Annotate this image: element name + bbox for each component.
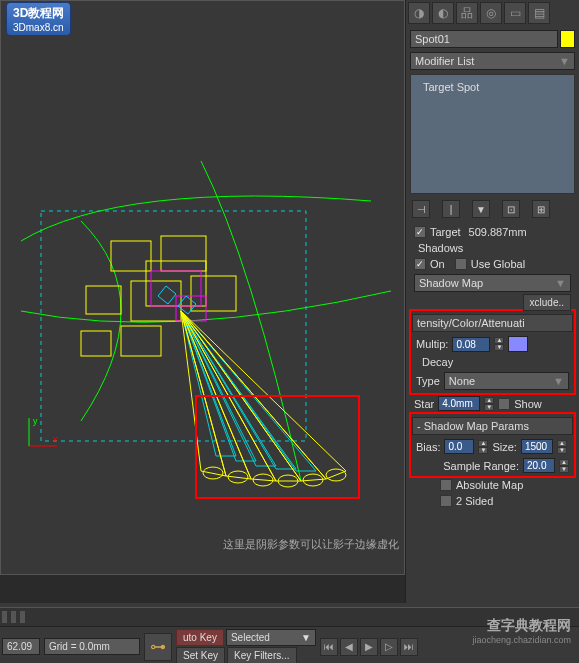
site-logo: 3D教程网 3Dmax8.cn [6,2,71,36]
intensity-highlight: tensity/Color/Attenuati Multip: 0.08 ▲▼ … [409,309,576,395]
spinner-up-icon[interactable]: ▲ [494,337,504,344]
size-label: Size: [492,441,516,453]
spinner-up-icon[interactable]: ▲ [559,459,569,466]
stack-buttons: ⊣ | ▼ ⊡ ⊞ [410,198,575,220]
panel-tabs: ◑ ◐ 品 ◎ ▭ ▤ [406,0,579,26]
key-mode-value: Selected [231,632,270,643]
absolute-map-checkbox[interactable] [440,479,452,491]
shadows-on-label: On [430,258,445,270]
object-name-input[interactable] [410,30,558,48]
svg-text:y: y [33,416,38,426]
spinner-down-icon[interactable]: ▼ [494,344,504,351]
viewport[interactable]: x y 这里是阴影参数可以让影子边缘虚化 [0,0,405,575]
configure-button[interactable]: ⊞ [532,200,550,218]
absolute-map-label: Absolute Map [456,479,523,491]
tab-hierarchy[interactable]: 品 [456,2,478,24]
remove-mod-button[interactable]: ⊡ [502,200,520,218]
next-frame-button[interactable]: ▷ [380,638,398,656]
spinner-up-icon[interactable]: ▲ [557,440,567,447]
multiplier-spinner[interactable]: 0.08 [452,337,490,352]
playback-controls: ⏮ ◀ ▶ ▷ ⏭ [320,638,418,656]
dropdown-arrow-icon: ▼ [555,277,566,289]
svg-rect-4 [131,281,181,321]
shadows-heading: Shadows [410,240,575,256]
watermark-url: jiaocheng.chazidian.com [472,635,571,645]
tab-motion[interactable]: ◎ [480,2,502,24]
coord-input[interactable] [2,638,40,655]
logo-line2: 3Dmax8.cn [13,22,64,33]
set-key-button[interactable]: Set Key [176,647,225,663]
shadow-type-value: Shadow Map [419,277,483,289]
tab-utilities[interactable]: ▤ [528,2,550,24]
target-checkbox[interactable]: ✓ [414,226,426,238]
shadows-on-checkbox[interactable]: ✓ [414,258,426,270]
target-label: Target [430,226,461,238]
spinner-up-icon[interactable]: ▲ [484,397,494,404]
stack-item[interactable]: Target Spot [415,79,570,95]
shadow-type-dropdown[interactable]: Shadow Map ▼ [414,274,571,292]
svg-rect-6 [81,331,111,356]
svg-rect-2 [161,236,206,271]
make-unique-button[interactable]: ▼ [472,200,490,218]
dropdown-arrow-icon: ▼ [301,632,311,643]
multiplier-label: Multip: [416,338,448,350]
axis-gizmo: x y [21,414,61,454]
intensity-rollout[interactable]: tensity/Color/Attenuati [412,314,573,332]
exclude-button[interactable]: xclude.. [523,294,571,311]
show-label: Show [514,398,542,410]
modifier-list-dropdown[interactable]: Modifier List ▼ [410,52,575,70]
svg-rect-7 [121,326,161,356]
svg-rect-1 [111,241,151,271]
decay-type-dropdown[interactable]: None ▼ [444,372,569,390]
watermark-logo: 查字典教程网 [472,617,571,635]
tab-modify[interactable]: ◐ [432,2,454,24]
spinner-up-icon[interactable]: ▲ [478,440,488,447]
target-value: 509.887mm [469,226,527,238]
dropdown-arrow-icon: ▼ [553,375,564,387]
auto-key-button[interactable]: uto Key [176,629,224,646]
logo-line1: 3D教程网 [13,5,64,22]
shadow-map-highlight: - Shadow Map Params Bias: 0.0 ▲▼ Size: 1… [409,412,576,478]
goto-start-button[interactable]: ⏮ [320,638,338,656]
light-color-swatch[interactable] [508,336,528,352]
spinner-down-icon[interactable]: ▼ [484,404,494,411]
use-global-checkbox[interactable] [455,258,467,270]
play-button[interactable]: ▶ [360,638,378,656]
decay-label: Decay [412,354,573,370]
dropdown-arrow-icon: ▼ [559,55,570,67]
spinner-down-icon[interactable]: ▼ [478,447,488,454]
sample-range-label: Sample Range: [443,460,519,472]
modifier-stack[interactable]: Target Spot [410,74,575,194]
key-icon[interactable]: ⊶ [144,633,172,661]
two-sided-label: 2 Sided [456,495,493,507]
svg-rect-3 [86,286,121,314]
watermark: 查字典教程网 jiaocheng.chazidian.com [472,617,571,645]
show-decay-checkbox[interactable] [498,398,510,410]
spinner-down-icon[interactable]: ▼ [559,466,569,473]
decay-type-value: None [449,375,475,387]
command-panel: ◑ ◐ 品 ◎ ▭ ▤ Modifier List ▼ Target Spot … [405,0,579,663]
spinner-down-icon[interactable]: ▼ [557,447,567,454]
bias-spinner[interactable]: 0.0 [444,439,474,454]
tab-create[interactable]: ◑ [408,2,430,24]
pin-stack-button[interactable]: ⊣ [412,200,430,218]
object-color-swatch[interactable] [560,30,575,48]
key-filters-button[interactable]: Key Filters... [227,647,297,663]
goto-end-button[interactable]: ⏭ [400,638,418,656]
key-mode-dropdown[interactable]: Selected ▼ [226,629,316,646]
highlight-box-viewport [195,395,360,499]
decay-start-spinner[interactable]: 4.0mm [438,396,480,411]
use-global-label: Use Global [471,258,525,270]
shadow-map-rollout[interactable]: - Shadow Map Params [412,417,573,435]
size-spinner[interactable]: 1500 [521,439,553,454]
tab-display[interactable]: ▭ [504,2,526,24]
decay-type-label: Type [416,375,440,387]
grid-display [44,638,140,655]
viewport-annotation: 这里是阴影参数可以让影子边缘虚化 [223,537,399,552]
modifier-list-label: Modifier List [415,55,474,67]
decay-start-label: Star [414,398,434,410]
show-end-button[interactable]: | [442,200,460,218]
prev-frame-button[interactable]: ◀ [340,638,358,656]
two-sided-checkbox[interactable] [440,495,452,507]
sample-range-spinner[interactable]: 20.0 [523,458,555,473]
